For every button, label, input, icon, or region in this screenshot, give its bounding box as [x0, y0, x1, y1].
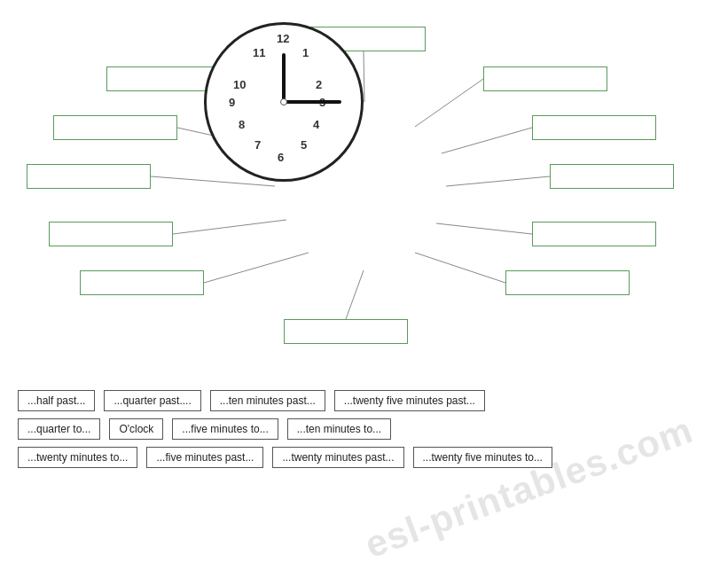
answer-five-to[interactable]: ...five minutes to... [172, 418, 278, 440]
answer-row-2: ...quarter to... O'clock ...five minutes… [18, 418, 710, 440]
clock-num-11: 11 [253, 46, 265, 59]
label-left-top[interactable] [53, 115, 177, 140]
clock-num-8: 8 [239, 118, 245, 131]
answer-twenty-five-past[interactable]: ...twenty five minutes past... [334, 390, 485, 411]
answer-ten-past[interactable]: ...ten minutes past... [210, 390, 325, 411]
label-bot[interactable] [284, 319, 408, 344]
label-right-top[interactable] [532, 115, 656, 140]
minute-hand [284, 100, 341, 104]
answer-oclock[interactable]: O'clock [109, 418, 163, 440]
clock-num-6: 6 [278, 151, 284, 164]
answer-five-past[interactable]: ...five minutes past... [146, 447, 263, 468]
svg-line-2 [415, 79, 483, 127]
clock-num-2: 2 [316, 78, 322, 91]
svg-line-7 [173, 220, 286, 234]
label-right-bot[interactable] [532, 222, 656, 246]
svg-line-11 [346, 270, 364, 319]
answer-half-past[interactable]: ...half past... [18, 390, 95, 411]
clock-face: 12 1 2 3 4 5 6 7 8 9 10 11 [204, 22, 364, 182]
svg-line-10 [415, 253, 505, 283]
svg-line-8 [436, 223, 532, 234]
clock-area: 12 1 2 3 4 5 6 7 8 9 10 11 [0, 0, 728, 381]
answer-row-3: ...twenty minutes to... ...five minutes … [18, 447, 710, 468]
clock-num-5: 5 [301, 138, 307, 152]
clock-num-1: 1 [302, 46, 309, 59]
hour-hand [282, 53, 286, 102]
label-left-bot[interactable] [49, 222, 173, 246]
svg-line-9 [204, 253, 309, 283]
answer-quarter-to[interactable]: ...quarter to... [18, 418, 100, 440]
answer-quarter-past[interactable]: ...quarter past.... [104, 390, 200, 411]
svg-line-0 [364, 51, 364, 102]
svg-line-4 [442, 128, 532, 153]
label-top-right[interactable] [483, 66, 607, 91]
clock-num-9: 9 [229, 96, 235, 109]
svg-line-5 [151, 176, 275, 186]
center-dot [280, 98, 287, 105]
label-right-low[interactable] [505, 270, 630, 295]
answer-row-1: ...half past... ...quarter past.... ...t… [18, 390, 710, 411]
answer-ten-to[interactable]: ...ten minutes to... [287, 418, 391, 440]
clock-num-7: 7 [254, 138, 261, 152]
answer-twenty-five-to[interactable]: ...twenty five minutes to... [413, 447, 552, 468]
answer-twenty-past[interactable]: ...twenty minutes past... [272, 447, 403, 468]
label-left-low[interactable] [80, 270, 204, 295]
answer-twenty-to[interactable]: ...twenty minutes to... [18, 447, 137, 468]
svg-line-6 [446, 176, 550, 186]
answer-section: ...half past... ...quarter past.... ...t… [0, 390, 728, 475]
clock-num-10: 10 [233, 78, 246, 91]
label-right-mid[interactable] [550, 164, 674, 189]
clock-num-12: 12 [277, 32, 289, 45]
clock-num-4: 4 [313, 118, 319, 131]
label-left-mid[interactable] [27, 164, 151, 189]
